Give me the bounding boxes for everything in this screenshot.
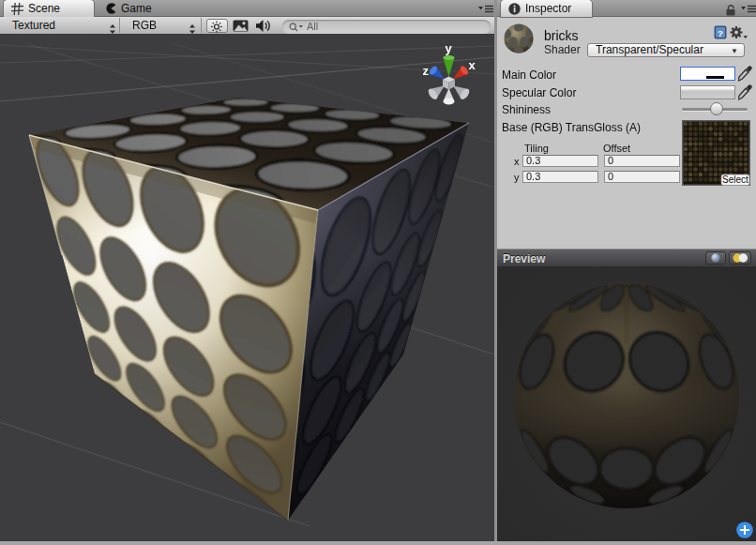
svg-text:Select: Select [722, 174, 748, 185]
svg-text:?: ? [718, 28, 723, 38]
svg-text:x: x [469, 58, 476, 72]
svg-text:z: z [423, 64, 430, 78]
svg-text:y: y [446, 41, 453, 55]
